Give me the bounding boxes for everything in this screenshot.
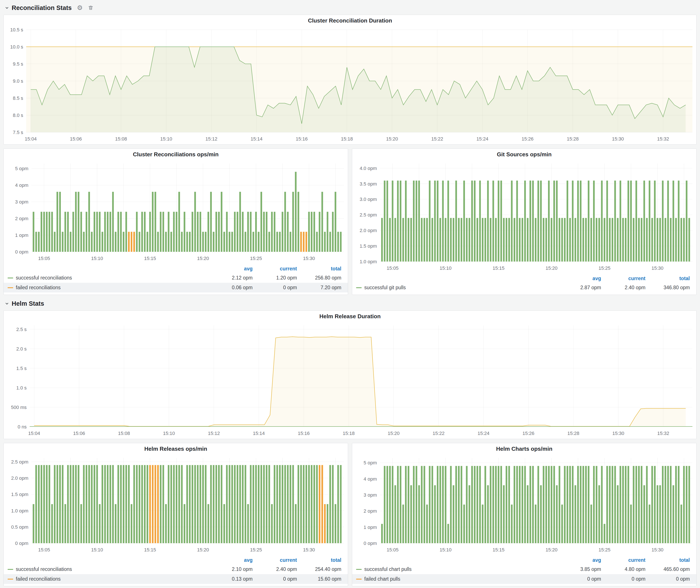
legend-series-name[interactable]: failed reconciliations (16, 576, 61, 582)
cluster-reconciliation-duration-chart[interactable]: 15:0415:0615:0815:1015:1215:1415:1615:18… (4, 26, 696, 144)
chart-canvas: 15:0415:0615:0815:1015:1215:1415:1615:18… (4, 26, 696, 144)
svg-text:15:22: 15:22 (431, 136, 443, 142)
legend-sort-total[interactable]: total (297, 266, 341, 272)
legend-header-row: avgcurrenttotal (4, 264, 348, 273)
svg-text:0 opm: 0 opm (364, 541, 377, 546)
chevron-down-icon[interactable] (4, 5, 10, 10)
section-title[interactable]: Reconciliation Stats (12, 4, 72, 11)
svg-text:9.0 s: 9.0 s (13, 78, 23, 84)
svg-text:2 opm: 2 opm (15, 216, 28, 221)
svg-text:0 opm: 0 opm (15, 249, 28, 255)
svg-text:15:28: 15:28 (567, 431, 579, 436)
panel-title[interactable]: Git Sources ops/min (352, 149, 696, 160)
svg-text:4 opm: 4 opm (15, 183, 28, 188)
legend-value: 4.80 opm (601, 566, 645, 572)
section-title[interactable]: Helm Stats (12, 300, 44, 307)
svg-text:15:15: 15:15 (144, 547, 156, 552)
svg-text:0.5 opm: 0.5 opm (11, 524, 29, 530)
svg-text:15:04: 15:04 (25, 136, 37, 142)
legend: avgcurrenttotalsuccessful reconciliation… (4, 264, 348, 295)
legend-sort-avg[interactable]: avg (208, 557, 253, 563)
panel-title[interactable]: Helm Charts ops/min (352, 443, 696, 454)
svg-text:15:30: 15:30 (652, 265, 663, 271)
trash-icon[interactable] (88, 5, 94, 11)
panel-title[interactable]: Cluster Reconciliations ops/min (4, 149, 348, 160)
legend-sort-current[interactable]: current (601, 276, 645, 281)
legend-series-name[interactable]: failed chart pulls (364, 576, 400, 582)
panel-title[interactable]: Helm Releases ops/min (4, 443, 348, 454)
svg-text:15:10: 15:10 (440, 265, 452, 271)
legend-value: 0 opm (601, 576, 645, 582)
panel-helm-charts-opm: Helm Charts ops/min 15:0515:1015:1515:20… (352, 443, 697, 586)
svg-text:15:30: 15:30 (652, 547, 663, 552)
svg-text:15:32: 15:32 (657, 431, 669, 436)
gear-icon[interactable]: ⚙ (77, 5, 83, 11)
dashboard: Reconciliation Stats ⚙ Cluster Reconcili… (0, 0, 700, 588)
legend-sort-avg[interactable]: avg (557, 276, 601, 281)
legend-series-name[interactable]: successful reconciliations (16, 275, 72, 281)
svg-text:15:10: 15:10 (163, 431, 175, 436)
legend-sort-total[interactable]: total (645, 276, 690, 281)
svg-text:7.5 s: 7.5 s (13, 130, 23, 135)
svg-text:1.0 opm: 1.0 opm (11, 508, 29, 514)
legend-sort-total[interactable]: total (297, 557, 341, 563)
legend-series-name[interactable]: successful git pulls (364, 285, 406, 291)
section-actions: ⚙ (77, 5, 94, 11)
legend-series-name[interactable]: successful chart pulls (364, 566, 412, 572)
legend-value: 254.40 opm (297, 566, 341, 572)
legend-value: 7.20 opm (297, 285, 341, 291)
helm-release-duration-chart[interactable]: 15:0415:0615:0815:1015:1215:1415:1615:18… (4, 322, 696, 439)
legend-series-name[interactable]: successful reconciliations (16, 566, 72, 572)
helm-charts-chart[interactable]: 15:0515:1015:1515:2015:2515:300 opm1 opm… (352, 454, 696, 555)
svg-text:15:30: 15:30 (303, 547, 315, 552)
svg-text:15:25: 15:25 (250, 547, 262, 552)
svg-text:0 opm: 0 opm (15, 541, 28, 546)
legend-sort-current[interactable]: current (253, 266, 297, 272)
svg-text:1 opm: 1 opm (364, 525, 377, 530)
svg-text:15:25: 15:25 (598, 547, 610, 552)
svg-text:2 opm: 2 opm (364, 508, 377, 514)
svg-text:8.0 s: 8.0 s (13, 113, 23, 118)
svg-text:5 opm: 5 opm (15, 166, 28, 171)
svg-text:15:14: 15:14 (251, 136, 263, 142)
svg-text:1 opm: 1 opm (15, 233, 28, 238)
chevron-down-icon[interactable] (4, 301, 10, 306)
chart-canvas: 15:0515:1015:1515:2015:2515:300 opm1 opm… (4, 160, 348, 264)
panel-title[interactable]: Helm Release Duration (4, 311, 696, 322)
legend-sort-total[interactable]: total (645, 557, 690, 563)
svg-text:15:28: 15:28 (567, 136, 579, 142)
svg-text:2.0 s: 2.0 s (16, 346, 27, 352)
legend-row: successful chart pulls3.85 opm4.80 opm46… (352, 564, 696, 574)
legend-value: 1.20 opm (253, 275, 297, 281)
svg-text:15:20: 15:20 (545, 265, 557, 271)
svg-text:15:30: 15:30 (612, 136, 624, 142)
svg-text:3 opm: 3 opm (15, 199, 28, 205)
legend-series-name[interactable]: failed reconciliations (16, 285, 61, 291)
svg-text:15:20: 15:20 (388, 431, 400, 436)
panel-title[interactable]: Cluster Reconciliation Duration (4, 15, 696, 26)
series-color-icon (356, 287, 362, 288)
legend-sort-current[interactable]: current (601, 557, 645, 563)
svg-text:15:26: 15:26 (523, 431, 534, 436)
legend-sort-avg[interactable]: avg (557, 557, 601, 563)
series-color-icon (8, 278, 13, 278)
legend-row: failed reconciliations0.06 opm0 opm7.20 … (4, 283, 348, 292)
svg-text:0 ns: 0 ns (18, 424, 27, 430)
helm-releases-chart[interactable]: 15:0515:1015:1515:2015:2515:300 opm0.5 o… (4, 454, 348, 555)
section-header-reconciliation-stats[interactable]: Reconciliation Stats ⚙ (4, 3, 697, 13)
chart-canvas: 15:0515:1015:1515:2015:2515:300 opm0.5 o… (4, 454, 348, 555)
svg-text:15:24: 15:24 (476, 136, 488, 142)
svg-text:15:06: 15:06 (73, 431, 85, 436)
legend-sort-current[interactable]: current (253, 557, 297, 563)
git-sources-chart[interactable]: 15:0515:1015:1515:2015:2515:301.0 opm1.5… (352, 160, 696, 274)
cluster-reconciliations-chart[interactable]: 15:0515:1015:1515:2015:2515:300 opm1 opm… (4, 160, 348, 264)
svg-text:15:05: 15:05 (38, 256, 50, 261)
legend-value: 2.40 opm (253, 566, 297, 572)
svg-text:15:05: 15:05 (387, 265, 398, 271)
legend-sort-avg[interactable]: avg (208, 266, 253, 272)
svg-text:15:05: 15:05 (38, 547, 50, 552)
svg-text:1.0 opm: 1.0 opm (360, 259, 377, 264)
section-header-helm-stats[interactable]: Helm Stats (4, 299, 697, 308)
svg-text:15:10: 15:10 (91, 256, 103, 261)
series-color-icon (8, 287, 13, 288)
